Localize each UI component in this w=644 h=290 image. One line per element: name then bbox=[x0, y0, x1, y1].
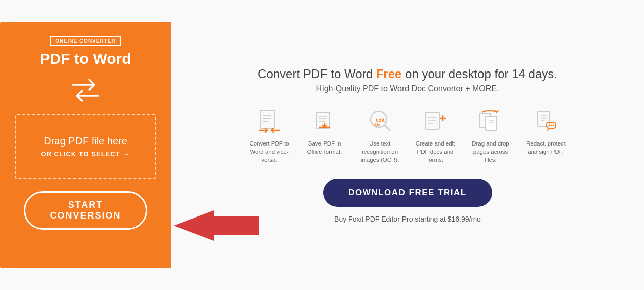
svg-point-31 bbox=[553, 124, 554, 126]
svg-line-13 bbox=[385, 125, 390, 130]
convert-icon bbox=[255, 107, 283, 135]
drag-drop-icon bbox=[476, 107, 505, 135]
promo-subtitle: High-Quality PDF to Word Doc Converter +… bbox=[316, 84, 499, 93]
features-row: Convert PDF to Word and vice-versa. Sav bbox=[247, 107, 569, 164]
buy-text: Buy Foxit PDF Editor Pro starting at $16… bbox=[334, 215, 481, 223]
drop-zone-text: Drag PDF file here bbox=[44, 135, 127, 147]
feature-ocr: edit able Use text recognition on images… bbox=[357, 107, 403, 164]
svg-rect-21 bbox=[486, 116, 497, 130]
protect-sign-icon bbox=[532, 107, 560, 135]
red-arrow-decoration bbox=[174, 210, 259, 246]
feature-drag-label: Drag and drop pages across files. bbox=[468, 139, 513, 164]
svg-point-30 bbox=[551, 124, 552, 126]
feature-protect-label: Redact, protect and sign PDF. bbox=[523, 139, 569, 156]
feature-office: Save PDF in Office format. bbox=[302, 107, 347, 156]
svg-point-29 bbox=[549, 124, 550, 126]
click-select-text: OR CLICK TO SELECT → bbox=[41, 150, 130, 158]
left-panel: ONLINE CONVERTER PDF to Word Drag PDF fi… bbox=[0, 22, 171, 268]
svg-rect-1 bbox=[260, 110, 274, 128]
convert-arrows-icon bbox=[68, 76, 103, 106]
page-container: ONLINE CONVERTER PDF to Word Drag PDF fi… bbox=[0, 0, 644, 290]
edit-pdf-icon bbox=[421, 107, 449, 135]
svg-rect-24 bbox=[538, 111, 550, 126]
drop-zone[interactable]: Drag PDF file here OR CLICK TO SELECT → bbox=[15, 114, 156, 179]
svg-text:edit: edit bbox=[376, 117, 385, 123]
feature-protect: Redact, protect and sign PDF. bbox=[523, 107, 569, 156]
feature-edit-label: Create and edit PDF docs and forms. bbox=[413, 139, 458, 164]
feature-edit: Create and edit PDF docs and forms. bbox=[413, 107, 458, 164]
start-conversion-button[interactable]: START CONVERSION bbox=[24, 191, 147, 230]
svg-marker-0 bbox=[174, 210, 259, 241]
panel-title: PDF to Word bbox=[40, 50, 131, 67]
feature-office-label: Save PDF in Office format. bbox=[302, 139, 347, 156]
promo-title: Convert PDF to Word Free on your desktop… bbox=[258, 67, 557, 81]
feature-convert-label: Convert PDF to Word and vice-versa. bbox=[247, 139, 292, 164]
ocr-icon: edit able bbox=[366, 107, 394, 135]
svg-rect-14 bbox=[425, 112, 439, 129]
online-converter-badge: ONLINE CONVERTER bbox=[50, 36, 120, 46]
download-free-trial-button[interactable]: DOWNLOAD FREE TRIAL bbox=[323, 179, 492, 207]
feature-convert: Convert PDF to Word and vice-versa. bbox=[247, 107, 292, 164]
feature-drag: Drag and drop pages across files. bbox=[468, 107, 513, 164]
office-icon bbox=[310, 107, 339, 135]
feature-ocr-label: Use text recognition on images (OCR). bbox=[357, 139, 403, 164]
